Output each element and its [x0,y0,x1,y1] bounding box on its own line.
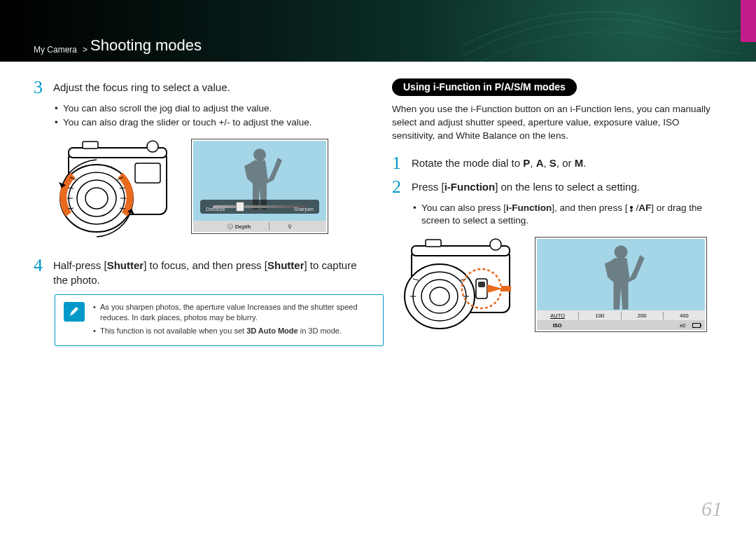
iso-value-bar[interactable]: AUTO 100 200 400 [537,310,705,320]
svg-rect-2 [83,142,98,149]
flower-af-icon [627,205,636,213]
note-box: As you sharpen photos, the aperture valu… [55,294,384,347]
breadcrumb-title: Shooting modes [90,36,202,55]
preview-screen: Defocus Sharpen ⓘ Depth ⚲ [193,141,326,232]
svg-point-19 [253,149,266,161]
slider-right-label: Sharpen [294,206,314,212]
svg-rect-37 [501,286,511,291]
iso-label: ISO [537,322,578,329]
footer-divider [269,222,270,231]
iso-cell[interactable]: 100 [579,312,621,319]
step-number: 4 [34,256,46,287]
depth-slider[interactable]: Defocus Sharpen [200,200,319,214]
bullet: You can also scroll the jog dial to adju… [55,102,364,115]
step-number: 2 [392,178,405,196]
mode-s: S [550,157,556,169]
breadcrumb-section: My Camera [34,45,77,55]
text: Rotate the mode dial to [412,157,523,169]
svg-rect-34 [478,282,485,287]
shutter-label: Shutter [107,259,144,271]
page-number: 61 [701,497,722,521]
text: ] to focus, and then press [ [144,259,267,271]
step-text: Rotate the mode dial to P, A, S, or M. [412,154,586,172]
left-column: 3 Adjust the focus ring to select a valu… [34,78,364,355]
note-list: As you sharpen photos, the aperture valu… [93,302,374,339]
step-3: 3 Adjust the focus ring to select a valu… [34,78,364,97]
step-2-bullets: You can also press [i-Function], and the… [413,202,722,227]
step-2-illustrations: AUTO 100 200 400 ISO ±0 [399,237,722,342]
iso-cell-auto[interactable]: AUTO [537,312,579,319]
iso-status-row: ISO ±0 [537,320,705,330]
ifunction-label: i-Function [506,202,552,213]
svg-rect-4 [135,163,160,183]
camera-focus-ring-illustration [55,139,177,244]
text: ], and then press [ [552,202,627,213]
pill-text: modes [531,81,566,92]
breadcrumb-separator: > [83,45,88,55]
page-body: 3 Adjust the focus ring to select a valu… [0,62,756,355]
screen-footer-bar: ⓘ Depth ⚲ [193,221,326,232]
battery-icon [692,323,701,328]
preview-screen-frame: AUTO 100 200 400 ISO ±0 [535,237,707,332]
text: Press [ [412,181,444,193]
text: ] on the lens to select a setting. [495,181,640,193]
magnifier-icon: ⚲ [288,224,292,230]
footer-zoom-segment[interactable]: ⚲ [284,224,296,230]
page-header: My Camera > Shooting modes [0,0,756,62]
ifunction-label: i-Function [444,181,495,193]
svg-point-38 [615,245,628,259]
pill-modes: P/A/S/M [495,81,531,92]
mode-m: M [575,157,584,169]
step-text: Press [i-Function] on the lens to select… [412,178,640,196]
svg-point-24 [490,239,501,250]
text: , or [556,157,575,169]
figure-silhouette [589,242,652,312]
step-3-bullets: You can also scroll the jog dial to adju… [55,102,364,129]
text: Half-press [ [53,259,107,271]
iso-cell[interactable]: 200 [622,312,664,319]
svg-point-3 [147,141,158,152]
note-item: As you sharpen photos, the aperture valu… [93,302,374,323]
preview-screen-iso: AUTO 100 200 400 ISO ±0 [537,239,705,330]
step-1: 1 Rotate the mode dial to P, A, S, or M. [392,154,722,172]
text: You can also press [ [421,202,506,213]
step-3-illustrations: Defocus Sharpen ⓘ Depth ⚲ [55,139,364,244]
header-accent-bar [741,0,756,42]
text: , [530,157,536,169]
shutter-label: Shutter [267,259,304,271]
slider-labels: Defocus Sharpen [200,206,319,212]
camera-ifunction-illustration [399,237,525,342]
slider-left-label: Defocus [206,206,225,212]
pill-text: Using i-Function in [403,81,495,92]
text: . [583,157,586,169]
note-pen-icon [64,302,85,322]
bullet: You can also press [i-Function], and the… [413,202,722,227]
section-intro: When you use the i-Function button on an… [392,103,722,143]
step-number: 3 [34,78,46,97]
section-heading-pill: Using i-Function in P/A/S/M modes [392,78,577,96]
exposure-value: ±0 [680,322,685,329]
svg-point-20 [630,206,633,209]
footer-info-segment[interactable]: ⓘ Depth [223,223,255,231]
preview-screen-frame: Defocus Sharpen ⓘ Depth ⚲ [191,139,328,234]
mode-p: P [523,157,530,169]
right-column: Using i-Function in P/A/S/M modes When y… [392,78,722,355]
af-label: AF [638,202,651,213]
text: , [543,157,549,169]
bullet: You can also drag the slider or touch +/… [55,116,364,129]
info-icon: ⓘ [227,223,233,231]
mode-a: A [536,157,544,169]
iso-cell[interactable]: 400 [664,312,705,319]
bold-mode-name: 3D Auto Mode [246,327,298,335]
step-4: 4 Half-press [Shutter] to focus, and the… [34,256,364,287]
step-number: 1 [392,154,405,172]
step-text: Adjust the focus ring to select a value. [53,78,230,97]
svg-rect-23 [426,240,441,247]
step-text: Half-press [Shutter] to focus, and then … [53,256,364,287]
footer-center-label: Depth [235,224,251,230]
step-2: 2 Press [i-Function] on the lens to sele… [392,178,722,196]
note-item: This function is not available when you … [93,326,374,336]
